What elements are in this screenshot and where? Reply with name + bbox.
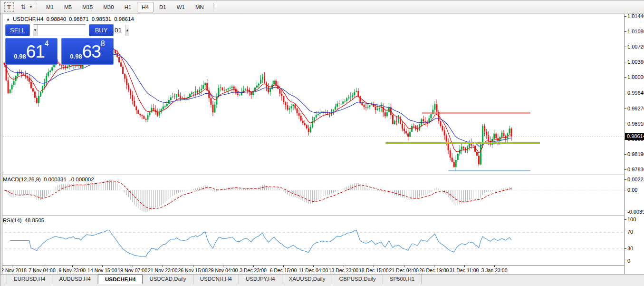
rsi-axis-label: 100 <box>627 217 636 222</box>
price-axis-label: 1.01440 <box>627 13 644 19</box>
axis-tick <box>625 219 626 220</box>
axis-tick <box>625 93 626 93</box>
time-axis-tick <box>494 266 495 267</box>
timeframe-buttons: M1M5M15M30H1H4D1W1MN <box>41 2 209 12</box>
time-axis-label: 18 Dec 15:00 <box>359 267 388 273</box>
time-axis-tick <box>374 266 374 267</box>
axis-tick <box>625 77 626 78</box>
ohlc-close: 0.98614 <box>114 16 134 22</box>
time-axis-tick <box>102 266 103 267</box>
price-axis-label: 1.00000 <box>627 74 644 80</box>
time-axis-tick <box>313 266 314 267</box>
tab-stub[interactable] <box>0 275 7 284</box>
ohlc-high: 0.98871 <box>69 16 89 22</box>
time-axis-tick <box>163 266 163 267</box>
lot-decrease-button[interactable]: ▼ <box>33 25 38 36</box>
price-axis-label: 0.98190 <box>627 151 644 157</box>
axis-tick <box>625 62 626 62</box>
macd-label: MACD(12,26,9) 0.000331 -0.000002 <box>3 177 94 182</box>
time-axis-label: 2 Nov 2018 <box>1 267 27 273</box>
price-axis: 0.98614 1.014401.010801.007201.003601.00… <box>624 14 644 274</box>
price-axis-label: 1.00720 <box>627 44 644 49</box>
dropdown-caret-icon[interactable]: ▼ <box>29 5 33 9</box>
price-axis-label: 0.97830 <box>627 167 644 172</box>
buy-button[interactable]: BUY <box>89 24 114 36</box>
time-axis-label: 6 Dec 15:00 <box>270 267 297 273</box>
buy-price-prefix: 0.98 <box>70 53 82 60</box>
sell-price-prefix: 0.98 <box>14 53 26 60</box>
timeframe-button-m30[interactable]: M30 <box>98 2 118 12</box>
price-axis-label: 1.01080 <box>627 29 644 34</box>
time-axis-label: 7 Nov 04:00 <box>29 267 56 273</box>
timeframe-button-h4[interactable]: H4 <box>137 2 154 12</box>
buy-price-button[interactable]: 0.98 63 8 <box>61 38 114 65</box>
cursor-arrows-icon[interactable]: ⇅ <box>19 2 28 12</box>
time-axis-tick <box>223 266 223 267</box>
chart-tab-usdchf[interactable]: USDCHF,H4 <box>98 275 143 284</box>
lot-increase-button[interactable]: ▲ <box>125 25 129 36</box>
chart-tab-usdcad[interactable]: USDCAD,Daily <box>143 275 193 284</box>
terminal-window: T ⇅ ▼ M1M5M15M30H1H4D1W1MN ▲ USDCHF,H4 0… <box>0 0 644 286</box>
toolbar-separator <box>37 3 37 11</box>
one-click-trading-widget: SELL ▼ ▲ BUY 0.98 61 4 0.98 63 8 <box>5 24 114 65</box>
time-axis: 2 Nov 20187 Nov 04:009 Nov 23:0014 Nov 1… <box>0 265 624 274</box>
price-axis-label: 0.99640 <box>627 90 644 96</box>
axis-tick <box>625 261 626 261</box>
rsi-label: RSI(14) 48.8505 <box>3 217 44 223</box>
time-axis-label: 21 Dec 04:00 <box>389 267 418 273</box>
timeframe-button-h1[interactable]: H1 <box>120 2 136 12</box>
macd-chart[interactable] <box>0 175 624 216</box>
time-axis-tick <box>12 266 12 267</box>
sell-price-button[interactable]: 0.98 61 4 <box>5 38 58 65</box>
axis-tick <box>625 232 626 232</box>
axis-tick <box>625 248 626 249</box>
axis-tick <box>625 108 626 109</box>
chart-tab-usdjpy[interactable]: USDJPY,H4 <box>239 275 282 284</box>
sell-button[interactable]: SELL <box>5 24 30 36</box>
axis-tick <box>625 169 626 170</box>
time-axis-label: 11 Dec 04:00 <box>299 267 328 273</box>
macd-signal-value: -0.000002 <box>69 177 94 182</box>
time-axis-tick <box>283 266 284 267</box>
text-tool-icon[interactable]: T <box>4 2 14 12</box>
timeframe-button-m5[interactable]: M5 <box>59 2 77 12</box>
time-axis-tick <box>434 266 434 267</box>
chart-tab-gbpusd[interactable]: GBPUSD,Daily <box>332 275 383 284</box>
timeframe-button-w1[interactable]: W1 <box>172 2 190 12</box>
time-axis-label: 29 Nov 04:00 <box>208 267 238 273</box>
timeframe-button-d1[interactable]: D1 <box>154 2 171 12</box>
chart-tab-eurusd[interactable]: EURUSD,H4 <box>7 275 52 284</box>
price-axis-label: 1.00360 <box>627 59 644 65</box>
axis-tick <box>625 31 626 32</box>
time-axis-tick <box>404 266 404 267</box>
time-axis-tick <box>42 266 42 267</box>
time-axis-label: 19 Nov 07:00 <box>118 267 147 273</box>
rsi-chart[interactable] <box>0 216 624 266</box>
sell-price-pip: 4 <box>45 39 49 48</box>
rsi-axis-label: 0 <box>627 258 630 264</box>
chart-tab-sp500[interactable]: SP500,H1 <box>383 275 422 284</box>
chart-header: ▲ USDCHF,H4 0.98840 0.98871 0.98531 0.98… <box>6 16 134 22</box>
timeframe-button-m15[interactable]: M15 <box>77 2 97 12</box>
rsi-name: RSI(14) <box>3 217 22 223</box>
macd-main-value: 0.000331 <box>44 177 67 182</box>
rsi-value: 48.8505 <box>25 217 45 223</box>
time-axis-tick <box>72 266 73 267</box>
time-axis-label: 14 Nov 15:00 <box>87 267 117 273</box>
time-axis-label: 13 Dec 23:00 <box>329 267 358 273</box>
macd-indicator-panel[interactable]: MACD(12,26,9) 0.000331 -0.000002 <box>0 175 624 216</box>
timeframe-button-m1[interactable]: M1 <box>41 2 58 12</box>
chart-tabs-bar: EURUSD,H4AUDUSD,H4USDCHF,H4USDCAD,DailyU… <box>0 274 644 286</box>
axis-tick <box>625 212 626 212</box>
collapse-panel-icon[interactable]: ▲ <box>6 17 10 21</box>
rsi-indicator-panel[interactable]: RSI(14) 48.8505 <box>0 216 624 265</box>
chart-tab-xauusd[interactable]: XAUUSD,Daily <box>282 275 333 284</box>
axis-tick <box>625 16 626 17</box>
chart-tab-audusd[interactable]: AUDUSD,H4 <box>52 275 97 284</box>
timeframe-button-mn[interactable]: MN <box>191 2 209 12</box>
macd-name: MACD(12,26,9) <box>3 177 41 182</box>
lot-size-group: ▼ ▲ <box>33 24 86 36</box>
time-axis-tick <box>133 266 133 267</box>
chart-tab-usdcnh[interactable]: USDCNH,H4 <box>193 275 239 284</box>
chart-left-border <box>0 14 2 274</box>
